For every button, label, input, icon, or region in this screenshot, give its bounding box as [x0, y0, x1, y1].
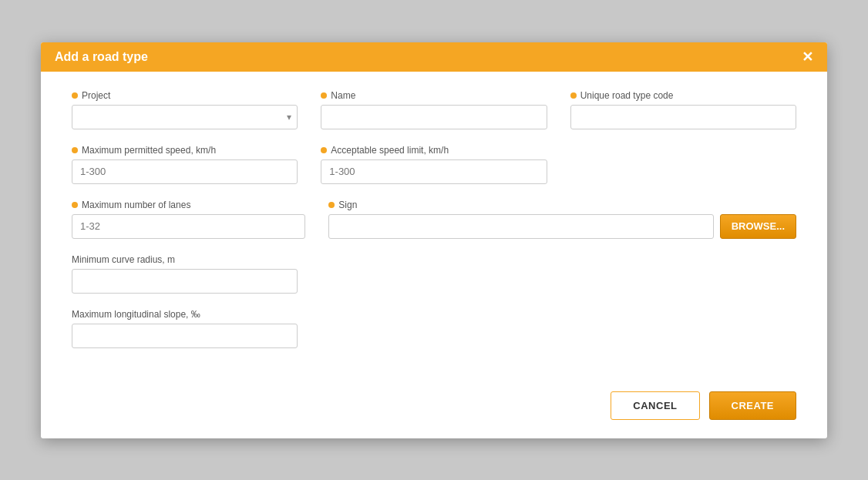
row5-spacer2 [570, 309, 796, 348]
form-row-5: Maximum longitudinal slope, ‰ [72, 309, 796, 348]
project-select[interactable] [72, 105, 298, 129]
acceptable-speed-required-dot [321, 147, 327, 153]
min-curve-group: Minimum curve radius, m [72, 254, 298, 294]
dialog-body: Project ▾ Name Unique road type c [41, 72, 827, 379]
form-row-3: Maximum number of lanes Sign BROWSE... [72, 200, 796, 239]
close-button[interactable]: ✕ [802, 50, 813, 64]
form-row-4: Minimum curve radius, m [72, 254, 796, 294]
row2-spacer [570, 145, 796, 184]
name-input[interactable] [321, 105, 547, 129]
max-speed-label: Maximum permitted speed, km/h [72, 145, 298, 156]
create-button[interactable]: CREATE [709, 391, 796, 420]
row4-spacer2 [570, 254, 796, 294]
max-speed-input[interactable] [72, 159, 298, 184]
unique-code-label: Unique road type code [570, 90, 796, 101]
browse-button[interactable]: BROWSE... [720, 214, 796, 239]
max-lanes-input[interactable] [72, 214, 305, 239]
acceptable-speed-group: Acceptable speed limit, km/h [321, 145, 547, 184]
row5-spacer [321, 309, 547, 348]
form-row-1: Project ▾ Name Unique road type c [72, 90, 796, 129]
max-lanes-group: Maximum number of lanes [72, 200, 305, 239]
unique-code-required-dot [570, 92, 577, 99]
max-speed-required-dot [72, 147, 78, 153]
project-group: Project ▾ [72, 90, 298, 129]
dialog-footer: CANCEL CREATE [41, 379, 827, 438]
project-required-dot [72, 92, 78, 99]
cancel-button[interactable]: CANCEL [611, 391, 699, 420]
sign-group: Sign BROWSE... [328, 200, 796, 239]
sign-input[interactable] [328, 214, 713, 239]
max-slope-group: Maximum longitudinal slope, ‰ [72, 309, 298, 348]
add-road-type-dialog: Add a road type ✕ Project ▾ Name [41, 42, 827, 438]
form-row-2: Maximum permitted speed, km/h Acceptable… [72, 145, 796, 184]
acceptable-speed-input[interactable] [321, 159, 547, 184]
name-label: Name [321, 90, 547, 101]
sign-required-dot [328, 202, 335, 208]
name-group: Name [321, 90, 547, 129]
project-select-wrapper: ▾ [72, 105, 298, 129]
min-curve-input[interactable] [72, 269, 298, 294]
sign-label: Sign [328, 200, 796, 210]
acceptable-speed-label: Acceptable speed limit, km/h [321, 145, 547, 156]
unique-code-input[interactable] [570, 105, 796, 129]
project-label: Project [72, 90, 298, 101]
name-required-dot [321, 92, 327, 99]
unique-code-group: Unique road type code [570, 90, 796, 129]
max-slope-input[interactable] [72, 324, 298, 348]
max-lanes-label: Maximum number of lanes [72, 200, 305, 210]
min-curve-label: Minimum curve radius, m [72, 254, 298, 265]
dialog-title: Add a road type [55, 50, 148, 64]
max-slope-label: Maximum longitudinal slope, ‰ [72, 309, 298, 320]
row4-spacer [321, 254, 547, 294]
sign-row: BROWSE... [328, 214, 796, 239]
dialog-header: Add a road type ✕ [41, 42, 827, 72]
max-lanes-required-dot [72, 202, 78, 208]
max-speed-group: Maximum permitted speed, km/h [72, 145, 298, 184]
